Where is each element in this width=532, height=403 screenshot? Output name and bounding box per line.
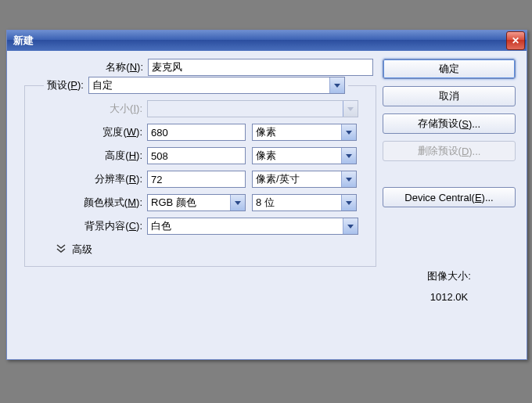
resolution-unit-value: 像素/英寸 — [256, 172, 300, 186]
dialog-body: 名称(N): 预设(P): 自定 大小(I): — [7, 51, 527, 359]
svg-marker-2 — [346, 131, 352, 135]
chevrons-down-icon — [56, 244, 66, 256]
chevron-down-icon — [230, 195, 245, 210]
svg-marker-6 — [346, 201, 352, 205]
resolution-unit-dropdown[interactable]: 像素/英寸 — [252, 171, 357, 188]
bit-depth-value: 8 位 — [256, 196, 275, 210]
name-input[interactable] — [148, 59, 373, 76]
chevron-down-icon — [329, 77, 344, 93]
cancel-button[interactable]: 取消 — [383, 86, 516, 106]
height-unit-dropdown[interactable]: 像素 — [252, 147, 357, 164]
preset-dropdown[interactable]: 自定 — [88, 77, 345, 94]
size-dropdown — [147, 100, 358, 117]
height-label: 高度(H): — [25, 149, 147, 163]
right-buttons: 确定 取消 存储预设(S)... 删除预设(D)... Device Centr… — [383, 59, 516, 303]
height-row: 高度(H): 像素 — [25, 147, 376, 164]
color-mode-label: 颜色模式(M): — [25, 196, 147, 210]
close-icon: ✕ — [512, 36, 519, 45]
advanced-toggle[interactable]: 高级 — [56, 243, 376, 257]
width-unit-dropdown[interactable]: 像素 — [252, 124, 357, 141]
new-document-dialog: 新建 ✕ 名称(N): 预设(P): 自定 — [6, 30, 527, 360]
titlebar[interactable]: 新建 ✕ — [7, 31, 527, 51]
size-label: 大小(I): — [25, 102, 147, 116]
save-preset-button[interactable]: 存储预设(S)... — [383, 113, 516, 134]
preset-fieldset: 预设(P): 自定 大小(I): — [24, 85, 376, 267]
size-row: 大小(I): — [25, 100, 376, 117]
background-label: 背景内容(C): — [25, 219, 147, 233]
image-size-label: 图像大小: — [383, 269, 516, 283]
preset-legend: 预设(P): 自定 — [44, 77, 348, 94]
svg-marker-3 — [346, 154, 352, 158]
chevron-down-icon — [341, 124, 356, 140]
svg-marker-7 — [347, 225, 354, 228]
width-label: 宽度(W): — [25, 125, 147, 139]
height-input[interactable] — [147, 147, 246, 164]
width-unit-value: 像素 — [256, 125, 276, 139]
bit-depth-dropdown[interactable]: 8 位 — [252, 194, 357, 211]
height-unit-value: 像素 — [256, 149, 276, 163]
svg-marker-1 — [347, 107, 354, 111]
device-central-button[interactable]: Device Central(E)... — [383, 187, 516, 207]
ok-button[interactable]: 确定 — [383, 59, 516, 79]
chevron-down-icon — [343, 101, 358, 117]
color-mode-row: 颜色模式(M): RGB 颜色 8 位 — [25, 194, 376, 211]
close-button[interactable]: ✕ — [506, 31, 525, 50]
chevron-down-icon — [341, 171, 356, 187]
preset-label: 预设(P): — [47, 78, 88, 92]
width-input[interactable] — [147, 124, 246, 141]
color-mode-dropdown[interactable]: RGB 颜色 — [147, 194, 246, 211]
advanced-label: 高级 — [72, 243, 92, 257]
window-title: 新建 — [13, 34, 34, 48]
width-row: 宽度(W): 像素 — [25, 124, 376, 141]
preset-value: 自定 — [92, 78, 113, 92]
image-size-value: 1012.0K — [383, 291, 516, 303]
image-size: 图像大小: 1012.0K — [383, 269, 516, 303]
svg-marker-4 — [346, 178, 352, 182]
svg-marker-5 — [235, 201, 241, 205]
background-value: 白色 — [151, 219, 171, 233]
svg-marker-0 — [334, 84, 340, 88]
resolution-label: 分辨率(R): — [25, 172, 147, 186]
background-dropdown[interactable]: 白色 — [147, 218, 358, 235]
chevron-down-icon — [341, 148, 356, 164]
resolution-row: 分辨率(R): 像素/英寸 — [25, 171, 376, 188]
background-row: 背景内容(C): 白色 — [25, 218, 376, 235]
delete-preset-button: 删除预设(D)... — [383, 141, 516, 161]
color-mode-value: RGB 颜色 — [151, 196, 196, 210]
chevron-down-icon — [341, 195, 356, 210]
resolution-input[interactable] — [147, 171, 246, 188]
chevron-down-icon — [343, 218, 358, 234]
name-label: 名称(N): — [24, 60, 148, 74]
